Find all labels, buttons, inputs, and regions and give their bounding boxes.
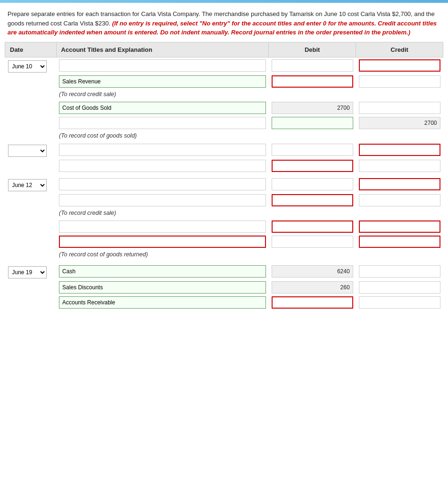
credit-input-sales-revenue[interactable] (359, 75, 440, 88)
date-cell-blank1 (5, 142, 57, 158)
credit-input-j12-1[interactable] (359, 178, 440, 190)
account-input-blank2[interactable] (59, 160, 266, 172)
debit-input-j12-4[interactable] (272, 236, 353, 248)
account-input-j12-3[interactable] (59, 220, 266, 233)
debit-input-sales-discounts[interactable] (272, 281, 353, 294)
debit-input-cash[interactable] (272, 265, 353, 278)
debit-input-1[interactable] (272, 59, 353, 72)
account-input-j12-1[interactable] (59, 178, 266, 190)
account-input-sales-discounts[interactable] (59, 281, 266, 294)
table-wrapper: Date Account Titles and Explanation Debi… (0, 42, 448, 319)
credit-input-blank1[interactable] (359, 144, 440, 156)
table-row (5, 74, 443, 89)
debit-input-blank2[interactable] (272, 160, 353, 172)
account-input-blank1[interactable] (59, 144, 266, 156)
account-input-1[interactable] (59, 59, 266, 72)
instructions: Prepare separate entries for each transa… (0, 3, 448, 42)
date-select-june10[interactable]: June 10 (8, 60, 47, 73)
table-row (5, 100, 443, 115)
account-input-inventory[interactable] (59, 117, 266, 129)
date-cell-june10: June 10 (5, 57, 57, 74)
credit-input-accounts-receivable[interactable] (359, 296, 440, 309)
table-row (5, 295, 443, 310)
table-row (5, 193, 443, 208)
col-account: Account Titles and Explanation (56, 42, 269, 57)
date-cell-june19: June 19 (5, 263, 57, 280)
credit-cell (356, 57, 443, 74)
col-debit: Debit (269, 42, 356, 57)
journal-table: Date Account Titles and Explanation Debi… (5, 42, 443, 310)
debit-input-cogs[interactable] (272, 102, 353, 114)
table-row: June 19 (5, 263, 443, 280)
account-input-cogs[interactable] (59, 102, 266, 114)
table-row: June 12 (5, 176, 443, 193)
date-select-june19[interactable]: June 19 (8, 266, 47, 278)
col-date: Date (5, 42, 57, 57)
note-row: (To record cost of goods returned) (5, 249, 443, 261)
credit-input-inventory[interactable] (359, 117, 440, 129)
debit-input-j12-2[interactable] (272, 194, 353, 206)
account-input-sales-revenue[interactable] (59, 75, 266, 88)
credit-input-cash[interactable] (359, 265, 440, 278)
account-input-j12-4[interactable] (59, 236, 266, 248)
note-credit-sale-1: (To record credit sale) (56, 89, 443, 100)
note-credit-sale-2: (To record credit sale) (56, 208, 443, 219)
note-row: (To record cost of goods sold) (5, 131, 443, 142)
credit-input-j12-3[interactable] (359, 220, 440, 233)
credit-input-1[interactable] (359, 59, 440, 72)
col-credit: Credit (356, 42, 443, 57)
debit-input-j12-1[interactable] (272, 178, 353, 190)
note-row: (To record credit sale) (5, 89, 443, 100)
debit-input-j12-3[interactable] (272, 220, 353, 233)
debit-input-inventory[interactable] (272, 117, 353, 129)
credit-input-sales-discounts[interactable] (359, 281, 440, 294)
account-input-cash[interactable] (59, 265, 266, 278)
date-cell-june12: June 12 (5, 176, 57, 193)
table-row (5, 142, 443, 158)
credit-input-j12-2[interactable] (359, 194, 440, 206)
table-row (5, 115, 443, 131)
note-row: (To record credit sale) (5, 208, 443, 219)
account-input-j12-2[interactable] (59, 194, 266, 206)
table-row: June 10 (5, 57, 443, 74)
credit-input-j12-4[interactable] (359, 236, 440, 248)
debit-input-blank1[interactable] (272, 144, 353, 156)
note-goods-returned: (To record cost of goods returned) (56, 249, 443, 261)
debit-input-sales-revenue[interactable] (272, 75, 353, 88)
account-cell (56, 57, 269, 74)
note-cogs: (To record cost of goods sold) (56, 131, 443, 142)
table-row (5, 280, 443, 295)
table-row (5, 219, 443, 234)
credit-input-cogs[interactable] (359, 102, 440, 114)
table-row (5, 158, 443, 173)
date-select-june12[interactable]: June 12 (8, 179, 47, 191)
table-row (5, 234, 443, 249)
debit-cell (269, 57, 356, 74)
credit-input-blank2[interactable] (359, 160, 440, 172)
date-select-blank1[interactable] (8, 145, 47, 157)
account-input-accounts-receivable[interactable] (59, 296, 266, 309)
debit-input-accounts-receivable[interactable] (272, 296, 353, 309)
